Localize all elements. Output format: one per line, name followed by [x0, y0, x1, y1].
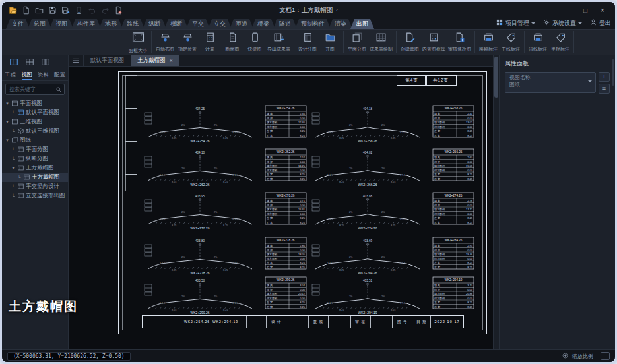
toolbar-button-创建草图[interactable]: 创建草图: [399, 31, 421, 53]
sidebar-tab-工程[interactable]: 工程: [2, 69, 18, 80]
panel-scrollbar-thumb[interactable]: [612, 59, 614, 86]
ribbon-tab-纵断[interactable]: 纵断: [143, 19, 166, 29]
tree-item-立交连接部出图[interactable]: └立交连接部出图: [2, 191, 68, 200]
tree-item-纵断分图[interactable]: └纵断分图: [2, 154, 68, 164]
ribbon-tab-文件[interactable]: 文件: [6, 19, 30, 29]
search-input[interactable]: [8, 86, 54, 93]
toolbar-button-快捷图[interactable]: 快捷图: [244, 31, 266, 53]
undo-icon[interactable]: [85, 4, 98, 16]
export-icon[interactable]: [112, 4, 125, 16]
panel-split-toggle[interactable]: [39, 57, 52, 67]
search-box[interactable]: [5, 84, 65, 95]
vsheets-icon: [10, 136, 20, 145]
sheet-name-overlay: 土方戴帽图: [9, 298, 78, 315]
document-tab-默认平面视图[interactable]: 默认平面视图: [84, 55, 131, 66]
toolbar-button-主线标注[interactable]: 主线标注: [500, 31, 522, 53]
svg-text:WK2+270.26: WK2+270.26: [277, 194, 295, 197]
new-file-icon[interactable]: [19, 4, 32, 16]
ribbon-tab-渲染[interactable]: 渲染: [329, 19, 352, 29]
ribbon-tab-构件库[interactable]: 构件库: [71, 19, 101, 29]
ribbon-tab-出图[interactable]: 出图: [350, 19, 374, 29]
close-button[interactable]: ×: [594, 3, 611, 16]
properties-panel-title: 属性面板: [505, 59, 610, 68]
toolbar-button-内置图框库[interactable]: 内置图框库: [421, 31, 447, 53]
svg-text:17.12: 17.12: [466, 208, 473, 211]
document-tab-土方戴帽图[interactable]: 土方戴帽图×: [131, 55, 179, 66]
account-action-系统设置[interactable]: 系统设置: [542, 18, 582, 28]
tree-item-平交竖向设计[interactable]: └平交竖向设计: [2, 182, 68, 191]
svg-text:挖方面积: 挖方面积: [267, 257, 278, 260]
svg-text:1:1.5: 1:1.5: [160, 131, 165, 133]
zoom-scale-icon[interactable]: [562, 350, 569, 362]
toolbar-button-设计分图[interactable]: 设计分图: [296, 31, 319, 53]
add-property-button[interactable]: +: [599, 72, 610, 82]
ribbon-tab-预制构件[interactable]: 预制构件: [295, 19, 331, 29]
ribbon-tab-总图[interactable]: 总图: [28, 19, 51, 29]
ribbon-tab-平交[interactable]: 平交: [186, 19, 210, 29]
toolbar-button-导出成果表[interactable]: 导出成果表: [266, 31, 292, 53]
close-icon[interactable]: ×: [170, 57, 173, 64]
ribbon-tab-桥梁[interactable]: 桥梁: [251, 19, 275, 29]
view-selector-dropdown[interactable]: 视图名称 图纸: [505, 72, 596, 93]
ribbon-tab-横断[interactable]: 横断: [164, 19, 188, 29]
toolbar-button-路幅标注[interactable]: 路幅标注: [477, 31, 500, 53]
ribbon-tab-地形[interactable]: 地形: [99, 19, 123, 29]
tree-item-默认三维视图[interactable]: └默认三维视图: [2, 127, 68, 136]
maximize-button[interactable]: □: [577, 3, 594, 16]
tree-spacer: └: [11, 194, 16, 198]
ribbon-tab-路线[interactable]: 路线: [121, 19, 145, 29]
toolbar-button-计算[interactable]: 计算: [199, 31, 221, 53]
panel-single-toggle[interactable]: [7, 57, 20, 67]
caret-down-icon[interactable]: ▾: [5, 119, 10, 125]
toolbar-button-平面分图[interactable]: 平面分图: [346, 31, 368, 53]
property-menu-button[interactable]: ≡: [599, 84, 610, 94]
toolbar-button-图框大小[interactable]: 图框大小: [127, 31, 149, 53]
account-action-登出[interactable]: 登出: [589, 18, 611, 28]
scrollbar-thumb[interactable]: [494, 57, 498, 98]
ribbon-tab-隧道[interactable]: 隧道: [273, 19, 297, 29]
drawing-viewport[interactable]: 第4页 共12页 404.251:1.51:1.52%2%8.258.25WK2…: [69, 67, 493, 349]
tree-item-平面视图[interactable]: ▾平面视图: [2, 99, 68, 108]
svg-text:2%: 2%: [381, 295, 385, 298]
ribbon-tab-视图[interactable]: 视图: [49, 19, 73, 29]
toolbar-button-成果表绘制[interactable]: 成果表绘制: [368, 31, 394, 53]
fit-view-button[interactable]: [601, 352, 610, 360]
tree-item-label: 默认三维视图: [26, 127, 59, 135]
toolbar-button-指定位置[interactable]: 指定位置: [176, 31, 199, 53]
toolbar-button-里程标注[interactable]: 里程标注: [549, 31, 571, 53]
tree-item-平面分图[interactable]: └平面分图: [2, 145, 68, 154]
panel-grid-toggle[interactable]: [23, 57, 36, 67]
caret-down-icon[interactable]: ▾: [11, 166, 16, 171]
redo-icon[interactable]: [98, 4, 112, 16]
svg-text:8.25: 8.25: [300, 129, 306, 133]
sidebar-tab-配置[interactable]: 配置: [51, 69, 68, 80]
screenshot-icon[interactable]: [72, 4, 85, 16]
ribbon-tab-立交[interactable]: 立交: [208, 19, 232, 29]
collapse-ribbon-icon[interactable]: ‹: [336, 7, 338, 13]
canvas-vertical-scrollbar[interactable]: [493, 55, 499, 349]
tree-item-土方戴帽图[interactable]: ▾土方戴帽图: [2, 164, 68, 173]
tree-item-土方戴帽图[interactable]: └土方戴帽图: [2, 173, 68, 182]
tree-item-图纸[interactable]: ▾图纸: [2, 136, 68, 145]
save-icon[interactable]: [46, 4, 59, 16]
tree-item-三维视图[interactable]: ▾三维视图: [2, 117, 68, 127]
minimize-button[interactable]: —: [560, 3, 577, 16]
account-action-项目管理[interactable]: 项目管理: [496, 18, 535, 28]
toolbar-button-开图[interactable]: 开图: [319, 31, 341, 53]
caret-down-icon[interactable]: ▾: [5, 101, 10, 106]
svg-text:8.25: 8.25: [467, 216, 473, 220]
tree-item-默认平面视图[interactable]: └默认平面视图: [2, 108, 68, 117]
caret-down-icon[interactable]: ▾: [5, 138, 10, 143]
ribbon-tab-匝道[interactable]: 匝道: [230, 19, 253, 29]
open-icon[interactable]: [32, 4, 46, 16]
toolbar-button-断面图[interactable]: 断面图: [221, 31, 244, 53]
svg-text:填 高: 填 高: [266, 244, 273, 247]
tree-spacer: └: [11, 185, 16, 189]
save-as-icon[interactable]: [59, 4, 72, 16]
toolbar-button-审核修改图[interactable]: 审核修改图: [447, 31, 472, 53]
sidebar-tab-资料[interactable]: 资料: [35, 69, 51, 80]
toolbar-button-自动布图[interactable]: 自动布图: [154, 31, 176, 53]
tab-list-icon[interactable]: [69, 55, 84, 66]
toolbar-button-沿线标注[interactable]: 沿线标注: [527, 31, 549, 53]
sidebar-tab-视图[interactable]: 视图: [18, 69, 35, 80]
